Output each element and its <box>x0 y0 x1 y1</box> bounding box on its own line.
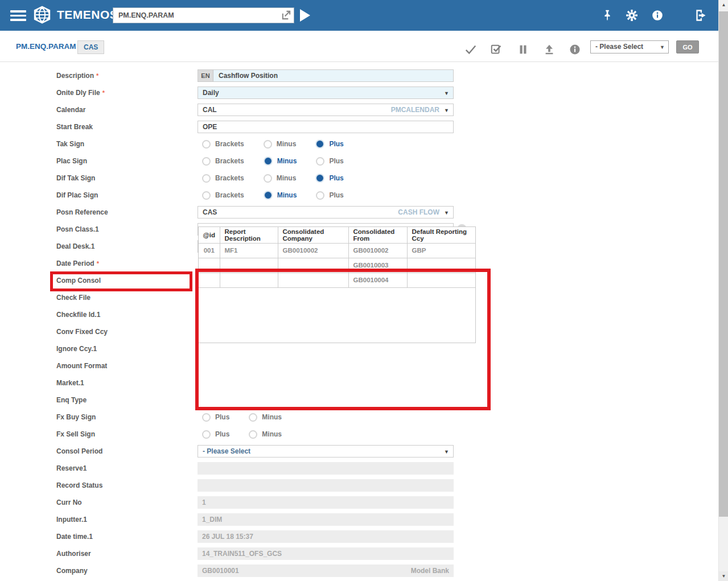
field-label-reserve1: Reserve1 <box>56 460 87 477</box>
radio-button[interactable] <box>202 157 211 166</box>
field-label-fx-buy-sign: Fx Buy Sign <box>56 409 96 426</box>
radio-option-plus[interactable]: Plus <box>316 157 343 166</box>
chevron-down-icon: ▼ <box>444 88 449 99</box>
go-button[interactable]: GO <box>676 40 699 53</box>
radio-option-plus[interactable]: Plus <box>316 191 343 200</box>
command-input[interactable] <box>113 7 294 23</box>
radio-button[interactable] <box>202 191 211 200</box>
table-cell[interactable]: GB0010004 <box>348 273 407 287</box>
edit-record-icon[interactable] <box>490 43 503 56</box>
radio-option-brackets[interactable]: Brackets <box>202 174 244 183</box>
fx-buy-sign-radio-group: PlusMinus <box>198 409 297 426</box>
radio-option-brackets[interactable]: Brackets <box>202 140 244 149</box>
radio-option-plus[interactable]: Plus <box>315 174 343 183</box>
calendar-field[interactable]: CALPMCALENDAR▼ <box>198 104 454 116</box>
settings-icon[interactable] <box>625 9 639 22</box>
table-cell[interactable] <box>199 273 220 287</box>
radio-option-minus[interactable]: Minus <box>249 413 282 422</box>
radio-option-plus[interactable]: Plus <box>202 430 229 439</box>
table-cell[interactable]: GB0010002 <box>278 243 348 258</box>
table-cell[interactable] <box>220 258 278 273</box>
description-value: Cashflow Position <box>213 70 278 81</box>
radio-option-minus[interactable]: Minus <box>264 140 297 149</box>
table-cell[interactable] <box>220 273 278 287</box>
radio-button[interactable] <box>316 157 324 166</box>
table-cell[interactable] <box>278 273 348 287</box>
validate-icon[interactable] <box>464 43 477 56</box>
table-cell[interactable] <box>199 258 220 273</box>
field-label-dif-tak-sign: Dif Tak Sign <box>56 170 95 187</box>
field-label-conv-fixed-ccy: Conv Fixed Ccy <box>56 323 108 340</box>
field-label-ignore-ccy-1: Ignore Ccy.1 <box>56 340 97 357</box>
vertical-scrollbar[interactable]: ▲ ▼ <box>718 0 728 581</box>
consol-period-select[interactable]: - Please Select▼ <box>198 445 454 458</box>
radio-label: Plus <box>329 174 343 182</box>
radio-button[interactable] <box>249 413 257 422</box>
form-row-onite-dly-file: Onite Dly File*Daily▼ <box>0 84 718 101</box>
table-row[interactable]: 001MF1GB0010002GB0010002GBP <box>199 243 475 258</box>
table-cell[interactable]: MF1 <box>220 243 278 258</box>
pin-icon[interactable] <box>601 9 614 22</box>
start-break-field[interactable]: OPE <box>198 121 454 133</box>
radio-button[interactable] <box>264 140 272 149</box>
table-header-report-description: Report Description <box>220 227 278 243</box>
radio-button[interactable] <box>202 140 211 149</box>
field-label-posn-class-1: Posn Class.1 <box>56 221 99 238</box>
radio-option-minus[interactable]: Minus <box>264 174 297 183</box>
table-cell[interactable]: 001 <box>199 243 220 258</box>
description-field[interactable]: ENCashflow Position <box>198 69 454 82</box>
scroll-down-icon[interactable]: ▼ <box>719 571 728 581</box>
chevron-down-icon[interactable]: ▼ <box>444 105 449 116</box>
radio-option-minus[interactable]: Minus <box>249 430 282 439</box>
scroll-up-icon[interactable]: ▲ <box>719 0 728 10</box>
info-icon[interactable] <box>569 43 581 56</box>
radio-button[interactable] <box>264 156 273 166</box>
fx-sell-sign-radio-group: PlusMinus <box>198 426 297 443</box>
table-cell[interactable]: GB0010002 <box>348 243 407 258</box>
form-row-market-1: Market.1 <box>0 374 718 392</box>
radio-button[interactable] <box>202 413 211 422</box>
inputter-1-field: 1_DIM <box>198 513 454 526</box>
radio-option-plus[interactable]: Plus <box>315 139 343 149</box>
radio-label: Minus <box>277 191 297 199</box>
radio-button[interactable] <box>202 430 211 439</box>
table-cell[interactable] <box>407 273 475 287</box>
table-header-id: @id <box>199 227 220 243</box>
radio-option-minus[interactable]: Minus <box>264 156 297 166</box>
radio-option-brackets[interactable]: Brackets <box>202 157 244 166</box>
run-button[interactable] <box>300 9 310 22</box>
chevron-down-icon[interactable]: ▼ <box>444 207 449 219</box>
table-row[interactable]: GB0010003 <box>199 258 475 273</box>
posn-reference-field[interactable]: CASCASH FLOW▼ <box>198 206 454 219</box>
radio-button[interactable] <box>316 191 324 200</box>
radio-option-brackets[interactable]: Brackets <box>202 191 244 200</box>
info-icon[interactable] <box>651 9 664 22</box>
table-cell[interactable]: GB0010003 <box>348 258 407 273</box>
hold-icon[interactable] <box>517 43 529 56</box>
form-row-company: CompanyGB0010001Model Bank <box>0 562 718 579</box>
tak-sign-radio-group: BracketsMinusPlus <box>198 135 359 153</box>
menu-icon[interactable] <box>10 10 26 21</box>
radio-button[interactable] <box>315 174 324 183</box>
radio-button[interactable] <box>249 430 257 439</box>
onite-dly-file-select[interactable]: Daily▼ <box>198 86 454 99</box>
radio-button[interactable] <box>264 174 272 183</box>
goto-icon[interactable] <box>281 10 291 20</box>
authoriser-value: 14_TRAIN511_OFS_GCS <box>202 550 282 558</box>
radio-option-plus[interactable]: Plus <box>202 413 229 422</box>
comp-consol-table: @idReport DescriptionConsolidated Compan… <box>199 227 475 288</box>
radio-button[interactable] <box>202 174 211 183</box>
table-row[interactable]: GB0010004 <box>199 273 475 287</box>
upload-icon[interactable] <box>543 43 556 56</box>
radio-label: Plus <box>329 157 343 165</box>
table-cell[interactable]: GBP <box>407 243 475 258</box>
radio-option-minus[interactable]: Minus <box>264 191 297 200</box>
field-label-company: Company <box>56 562 88 579</box>
scrollbar-thumb[interactable] <box>719 11 728 517</box>
table-cell[interactable] <box>278 258 348 273</box>
signout-icon[interactable] <box>694 8 709 23</box>
radio-button[interactable] <box>264 191 273 200</box>
table-cell[interactable] <box>407 258 475 273</box>
radio-button[interactable] <box>315 139 324 149</box>
action-select[interactable]: - Please Select ▼ <box>590 40 669 53</box>
